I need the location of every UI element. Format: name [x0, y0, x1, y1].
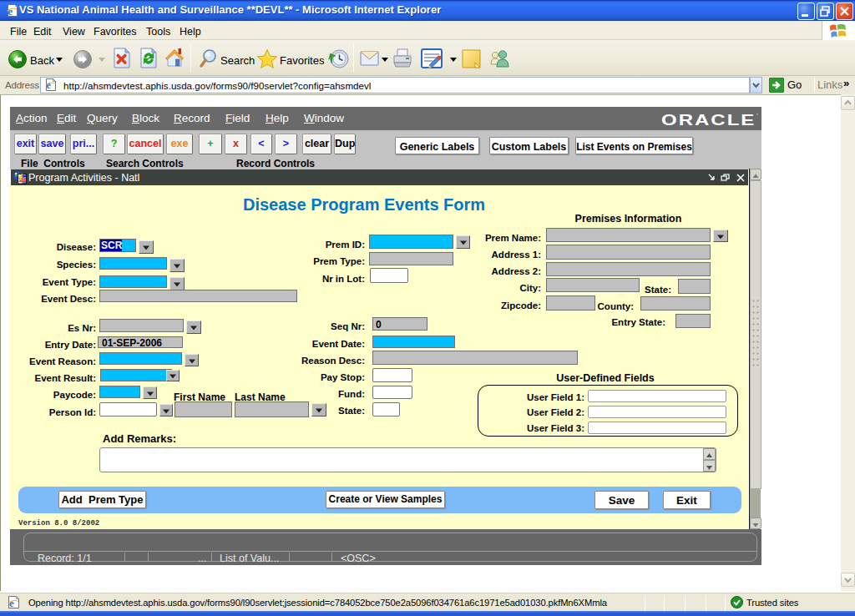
svg-text:e: e — [8, 5, 13, 18]
svg-text:e: e — [47, 79, 52, 91]
svg-text:e: e — [9, 597, 14, 609]
